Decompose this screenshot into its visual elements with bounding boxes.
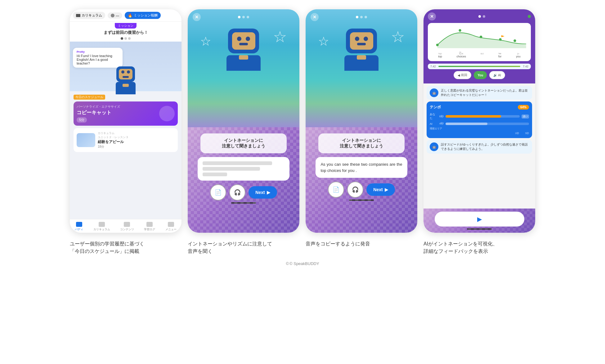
star-right-icon: ☆ — [273, 28, 287, 46]
schedule-card-lesson[interactable]: カリキュラムユニット２・レッスン３ 経験をアピール 18分 — [74, 128, 178, 152]
footer: © © SpeakBUDDY — [12, 261, 593, 266]
time-right: 7.42 — [523, 65, 528, 68]
phone2-top-bar: ✕ — [188, 9, 299, 22]
tempo-section: テンポ 64% あなた 6秒 遅い AI — [427, 101, 532, 138]
step-dot-1 — [238, 16, 240, 18]
robot-large-eyes — [237, 37, 250, 41]
phone4-top-bar: ✕ — [428, 12, 531, 20]
step-dot-3-3 — [365, 16, 367, 18]
label-tap: tap top — [438, 52, 442, 58]
label-you: ju you — [516, 52, 521, 58]
curriculum-label: カリキュラム — [82, 13, 102, 18]
svg-marker-4 — [501, 35, 504, 37]
step-dot-3 — [247, 16, 249, 18]
close-button-3[interactable]: ✕ — [311, 13, 319, 21]
robot-large-3 — [343, 29, 380, 69]
transcript-button[interactable]: 📄 — [210, 184, 226, 200]
tempo-badge: 64% — [518, 105, 529, 110]
star-left-icon: ☆ — [200, 34, 211, 48]
ai-button[interactable]: 🔊 AI — [489, 71, 505, 79]
dot-2 — [124, 37, 127, 40]
log-icon — [146, 222, 153, 227]
play-big-button[interactable]: ▶ — [435, 212, 524, 227]
main-container: カリキュラム — 🔥 ミッション報酬 ミッション まずは前回の復習から！ — [0, 0, 605, 275]
dot-1 — [121, 37, 123, 40]
headphones-icon-3: 🎧 — [352, 186, 359, 193]
robot-eye-right — [127, 70, 130, 74]
close-button[interactable]: ✕ — [193, 13, 201, 21]
prev-button[interactable]: ◀ 前回 — [454, 71, 471, 79]
exercise-icon — [159, 106, 175, 121]
star-left-icon-3: ☆ — [318, 34, 329, 48]
play-icon: ▶ — [267, 190, 270, 195]
mission-text: まずは前回の復習から！ — [70, 29, 181, 37]
mission-bar: ミッション まずは前回の復習から！ — [70, 22, 182, 42]
copyright: © © SpeakBUDDY — [12, 261, 593, 266]
caption-1: ユーザー個別の学習履歴に基づく 「今日のスケジュール」に掲載 — [70, 240, 182, 255]
robot-character — [113, 66, 138, 94]
phone3-top-bar: ✕ — [306, 9, 417, 22]
feedback-card-1: 🤖 正しく意図が伝わる完璧なイントネーションだったよ。君は並外れたコピーキャット… — [427, 86, 532, 100]
feedback-text-2: 話すスピードがゆっくりすぎたよ。少しずつ自然な速さで発話できるように練習してみよ… — [441, 142, 529, 151]
step-dot-3-2 — [360, 16, 363, 18]
scale-5: 5秒 — [525, 132, 529, 135]
person-icon — [111, 14, 114, 17]
tempo-ideal-row: 理想エリア — [430, 127, 529, 130]
ai-label: AI — [498, 74, 501, 77]
sentence-card: As you can see these two companies are t… — [316, 157, 407, 178]
robot-eyes — [121, 70, 130, 74]
robot-large — [225, 29, 262, 69]
headphones-icon: 🎧 — [234, 189, 241, 196]
person-label: — — [116, 14, 119, 17]
phone2-top: ✕ ☆ ☆ — [188, 9, 299, 127]
audio-button[interactable]: 🎧 — [229, 184, 245, 200]
you-button[interactable]: You — [474, 71, 487, 79]
prev-arrow: ◀ — [458, 74, 460, 77]
blurred-line-2 — [203, 167, 260, 171]
step-dot-4-1 — [478, 15, 481, 18]
copyright-text: © SpeakBUDDY — [289, 261, 319, 266]
transcript-button-3[interactable]: 📄 — [328, 182, 344, 198]
feedback-text-1: 正しく意図が伝わる完璧なイントネーションだったよ。君は並外れたコピーキャットだに… — [441, 88, 529, 97]
nav-log-label: 学習ログ — [144, 227, 155, 231]
caption-3-text: 音声をコピーするように発音 — [306, 241, 370, 246]
ai-bar-fill — [446, 123, 487, 125]
nav-menu[interactable]: メニュー — [165, 222, 177, 231]
caption-4-text: AIがイントネーションを可視化、 詳細なフィードバックを表示 — [424, 241, 498, 254]
captions-row: ユーザー個別の学習履歴に基づく 「今日のスケジュール」に掲載 イントネーションや… — [12, 240, 593, 255]
next-button-3[interactable]: Next ▶ — [366, 183, 395, 196]
curriculum-button[interactable]: カリキュラム — [73, 12, 105, 19]
lesson-tag: カリキュラムユニット２・レッスン３ — [98, 131, 128, 139]
nav-buddy[interactable]: バディ — [75, 222, 83, 231]
step-dot-3-1 — [356, 16, 358, 18]
progress-dots-3 — [356, 16, 367, 18]
caption-2-text: イントネーションやリズムに注意して 音声を聞く — [188, 241, 272, 254]
next-button[interactable]: Next ▶ — [249, 186, 277, 199]
robot-icon-1: 🤖 — [430, 88, 438, 97]
nav-curriculum-label: カリキュラム — [93, 227, 110, 231]
chart-labels: tap top t͡ʃɔɪ choices sɪz fər — [431, 52, 528, 58]
sentence-text: As you can see these two companies are t… — [320, 161, 402, 173]
mission-reward-label: ミッション報酬 — [134, 13, 158, 18]
audio-button-3[interactable]: 🎧 — [347, 182, 363, 198]
phone1-bg: カリキュラム — 🔥 ミッション報酬 ミッション まずは前回の復習から！ — [70, 9, 182, 233]
phone-2: ✕ ☆ ☆ — [188, 9, 299, 233]
person-button[interactable]: — — [108, 12, 122, 19]
nav-curriculum[interactable]: カリキュラム — [93, 222, 110, 231]
schedule-label: 今日のスケジュール — [74, 95, 105, 100]
phone4-content: 🤖 正しく意図が伝わる完璧なイントネーションだったよ。君は並外れたコピーキャット… — [424, 83, 535, 209]
nav-log[interactable]: 学習ログ — [144, 222, 155, 231]
feedback-card-2: 🤖 話すスピードがゆっくりすぎたよ。少しずつ自然な速さで発話できるように練習して… — [427, 140, 532, 154]
lesson-info: カリキュラムユニット２・レッスン３ 経験をアピール 18分 — [98, 131, 128, 149]
phone3-bottom: イントネーションに 注意して聞きましょう As you can see thes… — [306, 127, 417, 233]
ai-bar — [446, 123, 529, 125]
lesson-thumbnail — [77, 133, 95, 147]
nav-content[interactable]: コンテンツ — [120, 222, 134, 231]
tempo-ai-row: AI 4秒 — [430, 122, 529, 126]
svg-point-0 — [436, 44, 439, 46]
mission-reward-button[interactable]: 🔥 ミッション報酬 — [125, 12, 161, 19]
schedule-card-copycat[interactable]: パーソナライズ・エクササイズ コピーキャット 5分 — [74, 101, 178, 126]
progress-dots-4 — [478, 15, 485, 18]
close-button-4[interactable]: ✕ — [428, 12, 436, 20]
ideal-label: 理想エリア — [430, 127, 437, 130]
